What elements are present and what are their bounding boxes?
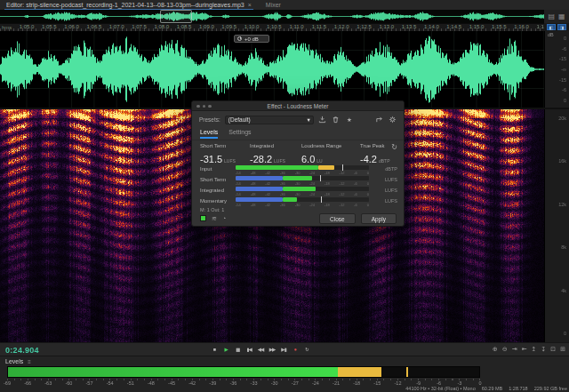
skip-to-start-button[interactable]: ▮◀ xyxy=(244,345,253,354)
zoom-in-button[interactable]: ⊕ xyxy=(493,345,498,354)
channel-config-label: M: 1 Out: 1 xyxy=(200,207,224,212)
scale-tick-label: 8k xyxy=(561,244,566,250)
tab-settings[interactable]: Settings xyxy=(228,129,251,139)
scale-tick-label: 0 xyxy=(564,36,566,41)
scale-tick-label: -∞ xyxy=(561,67,566,72)
apply-button[interactable]: Apply xyxy=(361,213,397,224)
readout-integrated: Integrated -28.2LUFS xyxy=(250,143,301,166)
volume-knob-icon[interactable] xyxy=(237,36,242,41)
navigator-corner: ▤ ▦ xyxy=(544,10,569,23)
meter-row-short-term: Short Term-54-48-42-36-30-24-18-12-60LUF… xyxy=(200,176,397,187)
bottom-panels: Levels ≡ -69-66-63-60-57-54-51-48-45-42-… xyxy=(0,356,569,392)
meter-scale-label: -39 xyxy=(209,380,216,386)
presets-label: Presets: xyxy=(199,116,220,123)
zoom-out-button[interactable]: ⊖ xyxy=(502,345,508,354)
meter-row-input: Input-54-48-42-36-30-24-18-12-60dBTP xyxy=(200,165,397,176)
ruler-tick-label: 1:11.5 xyxy=(312,24,326,29)
scale-tick-label: 0 xyxy=(564,331,566,336)
loudness-meter-dialog: Effect - Loudness Meter Presets: (Defaul… xyxy=(191,100,405,227)
status-free-space: 229.92 GB free xyxy=(534,386,567,391)
audition-app: Editor: strip-silence-podcast_recording-… xyxy=(0,0,569,392)
amplitude-unit: dB xyxy=(548,32,554,37)
waveform-canvas[interactable] xyxy=(0,31,544,108)
pan-icon[interactable]: ▤ xyxy=(548,12,555,20)
clock-icon[interactable]: ◔ xyxy=(222,215,226,221)
record-button[interactable]: ● xyxy=(291,345,300,354)
navigator-waveform[interactable] xyxy=(0,10,544,23)
play-button[interactable]: ▶ xyxy=(221,345,230,354)
amplitude-scale[interactable]: dB 0-6-15-∞-15-60 xyxy=(544,31,569,108)
timeline-ruler[interactable]: hms 1:05.01:05.51:06.01:06.51:07.01:07.5… xyxy=(0,23,544,31)
ruler-tick-label: 1:15.5 xyxy=(492,24,507,29)
delete-preset-icon[interactable] xyxy=(332,116,341,124)
routing-icon[interactable] xyxy=(374,116,383,124)
window-control-dots[interactable] xyxy=(196,105,212,108)
scale-tick-label: 16k xyxy=(558,158,566,164)
ruler-tick-label: 1:15.0 xyxy=(469,24,485,29)
editor-tab-label: Editor: strip-silence-podcast_recording-… xyxy=(6,2,244,8)
scale-tick-label: -15 xyxy=(559,56,566,61)
zoom-out-amplitude-button[interactable]: ↧ xyxy=(541,345,546,354)
panel-menu-icon[interactable]: ≡ xyxy=(28,359,31,364)
level-meter-scale: -69-66-63-60-57-54-51-48-45-42-39-36-33-… xyxy=(7,379,480,386)
scale-tick-label: 4k xyxy=(561,288,566,293)
close-icon[interactable]: × xyxy=(248,2,252,8)
meter-scale-label: -12 xyxy=(394,380,401,386)
zoom-to-selection-button[interactable]: ⊡ xyxy=(550,345,556,354)
meter-scale-label: -18 xyxy=(353,380,360,386)
scale-tick-label: 0 xyxy=(564,98,566,103)
preset-dropdown[interactable]: (Default) ▾ xyxy=(225,116,314,124)
meter-row-momentary: Momentary-54-48-42-36-30-24-18-12-60LUFS xyxy=(200,197,397,208)
zoom-in-time-button[interactable]: ⇥ xyxy=(512,345,517,354)
zoom-out-time-button[interactable]: ⇤ xyxy=(522,345,527,354)
meter-yellow-segment xyxy=(338,367,381,377)
meter-scale-label: -63 xyxy=(44,380,52,386)
volume-hud[interactable]: +0 dB xyxy=(234,35,269,43)
stop-button[interactable]: ■ xyxy=(210,345,219,354)
dialog-title: Effect - Loudness Meter xyxy=(192,101,404,111)
reset-icon[interactable]: ↻ xyxy=(391,143,397,166)
meter-peak-indicator xyxy=(406,367,408,377)
rewind-button[interactable]: ◀◀ xyxy=(256,345,265,354)
loop-playback-button[interactable]: ↻ xyxy=(302,345,311,354)
status-duration: 1:28.718 xyxy=(509,386,527,391)
close-button[interactable]: Close xyxy=(319,213,356,224)
ruler-tick-label: 1:08.0 xyxy=(154,24,169,29)
meter-scale-label: -57 xyxy=(86,380,93,386)
ruler-tick-label: 1:10.5 xyxy=(267,24,282,29)
meter-scale-label: -36 xyxy=(229,380,236,386)
tab-mixer[interactable]: Mixer xyxy=(266,2,281,8)
favorite-star-icon[interactable]: ★ xyxy=(345,116,354,124)
tab-levels[interactable]: Levels xyxy=(200,129,218,139)
waveform-view[interactable]: +0 dB xyxy=(0,31,544,108)
status-bar: 44100 Hz • 32-bit (Float) • Mono 60.29 M… xyxy=(405,386,567,391)
sliders-icon[interactable]: ≋ xyxy=(212,215,217,221)
zoom-full-button[interactable]: ⊞ xyxy=(560,345,565,354)
loudness-readouts: Short Term -31.5LUFSIntegrated -28.2LUFS… xyxy=(200,143,397,166)
volume-hud-value: +0 dB xyxy=(244,36,259,42)
zoom-in-amplitude-button[interactable]: ↥ xyxy=(532,345,537,354)
pause-button[interactable]: ▮▮ xyxy=(233,345,242,354)
channel-button-left[interactable]: ◧ xyxy=(547,24,556,30)
ruler-tick-label: 1:16.0 xyxy=(514,24,529,29)
playhead-time: 0:24.904 xyxy=(5,346,39,355)
ruler-tick-label: 1:14.5 xyxy=(446,24,461,29)
zoom-navigator[interactable] xyxy=(0,10,544,23)
effect-power-toggle[interactable] xyxy=(200,215,206,221)
dialog-titlebar[interactable]: Effect - Loudness Meter xyxy=(192,101,404,111)
readout-short-term: Short Term -31.5LUFS xyxy=(200,143,250,166)
frequency-scale[interactable]: 20k16k12k8k4k0 xyxy=(544,109,569,342)
channel-button-right[interactable]: ◨ xyxy=(557,24,566,30)
grid-icon[interactable]: ▦ xyxy=(558,12,565,20)
ruler-tick-label: 1:10.0 xyxy=(244,24,260,29)
ruler-tick-label: 1:07.5 xyxy=(132,24,147,29)
skip-to-end-button[interactable]: ▶▮ xyxy=(279,345,288,354)
navigator-view-box[interactable] xyxy=(160,10,192,23)
ruler-tick-label: 1:14.0 xyxy=(424,24,439,29)
settings-gear-icon[interactable] xyxy=(388,116,397,124)
save-preset-icon[interactable] xyxy=(318,116,327,124)
ruler-tick-label: 1:06.0 xyxy=(64,24,79,29)
fast-forward-button[interactable]: ▶▶ xyxy=(268,345,276,354)
tab-editor[interactable]: Editor: strip-silence-podcast_recording-… xyxy=(4,0,253,10)
ruler-tick-label: 1:09.0 xyxy=(199,24,214,29)
